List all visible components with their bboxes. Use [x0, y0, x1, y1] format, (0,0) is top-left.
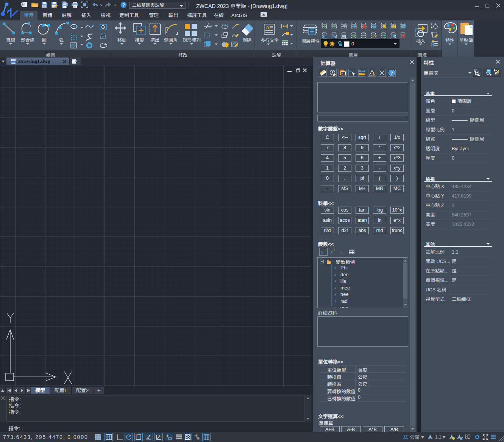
svg-text:x: x: [340, 249, 342, 255]
svg-text:x: x: [330, 249, 333, 255]
svg-text:x: x: [343, 252, 345, 255]
svg-text:1:1: 1:1: [435, 434, 442, 440]
svg-text:DWG: DWG: [11, 61, 15, 63]
svg-text:+: +: [334, 248, 335, 252]
svg-text:?: ?: [122, 3, 125, 7]
svg-text:A: A: [266, 25, 270, 30]
svg-text:公釐: 公釐: [410, 434, 420, 440]
svg-text:x: x: [321, 249, 323, 255]
svg-text:+: +: [324, 248, 326, 252]
svg-text:0.0: 0.0: [404, 436, 407, 439]
svg-text:?: ?: [390, 71, 393, 75]
